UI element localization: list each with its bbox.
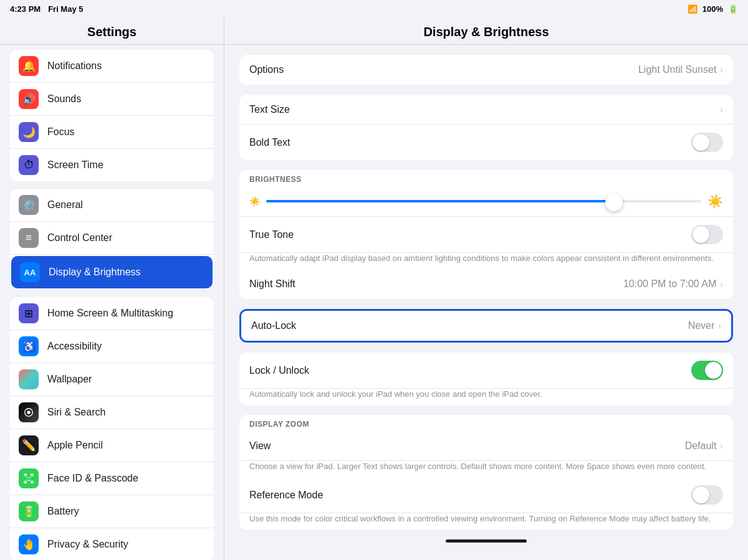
sidebar-item-label: Control Center	[47, 232, 205, 244]
display-zoom-section-label: DISPLAY ZOOM	[239, 415, 733, 431]
svg-rect-4	[24, 482, 27, 483]
sidebar-item-displaybrightness[interactable]: AA Display & Brightness	[11, 256, 213, 288]
options-label: Options	[249, 64, 638, 75]
app-container: Settings 🔔 Notifications 🔊 Sounds 🌙 Focu…	[0, 0, 748, 560]
sidebar-item-label: Siri & Search	[47, 407, 205, 418]
options-value: Light Until Sunset	[638, 64, 716, 75]
true-tone-description: Automatically adapt iPad display based o…	[249, 254, 714, 263]
reference-mode-label: Reference Mode	[249, 490, 691, 501]
view-description-wrapper: Choose a view for iPad. Larger Text show…	[239, 461, 733, 477]
bold-text-row[interactable]: Bold Text	[239, 125, 733, 160]
homescreen-icon: ⊞	[19, 303, 39, 323]
options-group: Options Light Until Sunset ›	[239, 55, 733, 85]
true-tone-toggle[interactable]	[691, 225, 723, 244]
screentime-icon: ⏱	[19, 155, 39, 175]
true-tone-row[interactable]: True Tone	[239, 217, 733, 253]
sidebar-item-battery[interactable]: 🔋 Battery	[10, 495, 214, 528]
svg-point-1	[27, 411, 30, 414]
sidebar: Settings 🔔 Notifications 🔊 Sounds 🌙 Focu…	[0, 17, 224, 560]
lock-unlock-group: Lock / Unlock Automatically lock and unl…	[239, 353, 733, 405]
lock-unlock-row[interactable]: Lock / Unlock	[239, 353, 733, 389]
brightness-slider[interactable]	[266, 200, 701, 202]
home-indicator	[446, 539, 527, 543]
svg-rect-3	[31, 474, 34, 476]
sidebar-item-privacy[interactable]: 🤚 Privacy & Security	[10, 528, 214, 560]
sidebar-group-3: ⊞ Home Screen & Multitasking ♿ Accessibi…	[10, 297, 214, 560]
options-row[interactable]: Options Light Until Sunset ›	[239, 55, 733, 85]
accessibility-icon: ♿	[19, 336, 39, 356]
wallpaper-icon	[19, 369, 39, 389]
night-shift-row[interactable]: Night Shift 10:00 PM to 7:00 AM ›	[239, 269, 733, 299]
reference-mode-description: Use this mode for color critical workflo…	[249, 514, 711, 523]
display-zoom-group: DISPLAY ZOOM View Default › Choose a vie…	[239, 415, 733, 529]
auto-lock-label: Auto-Lock	[251, 320, 688, 331]
lock-unlock-toggle[interactable]	[691, 361, 723, 380]
view-row[interactable]: View Default ›	[239, 431, 733, 461]
auto-lock-row[interactable]: Auto-Lock Never ›	[241, 311, 731, 341]
brightness-group: BRIGHTNESS ☀️ ☀️ True Tone Automatically…	[239, 170, 733, 299]
text-size-row[interactable]: Text Size ›	[239, 95, 733, 125]
status-bar-left: 4:23 PM Fri May 5	[10, 4, 84, 14]
sidebar-item-accessibility[interactable]: ♿ Accessibility	[10, 330, 214, 363]
main-scroll: Options Light Until Sunset › Text Size ›…	[224, 45, 748, 560]
battery-icon: 🔋	[728, 4, 738, 14]
sidebar-item-general[interactable]: ⚙️ General	[10, 189, 214, 222]
auto-lock-value: Never	[688, 320, 715, 331]
svg-rect-5	[31, 482, 34, 483]
bold-text-label: Bold Text	[249, 137, 691, 148]
auto-lock-group: Auto-Lock Never ›	[239, 309, 733, 343]
sidebar-item-label: Face ID & Passcode	[47, 473, 205, 484]
sidebar-item-label: Display & Brightness	[49, 267, 204, 278]
faceid-icon	[19, 468, 39, 488]
sidebar-item-label: Accessibility	[47, 341, 205, 352]
sidebar-item-wallpaper[interactable]: Wallpaper	[10, 363, 214, 396]
sidebar-item-sounds[interactable]: 🔊 Sounds	[10, 83, 214, 116]
sidebar-item-label: Battery	[47, 506, 205, 517]
status-bar-right: 📶 100% 🔋	[688, 4, 738, 14]
focus-icon: 🌙	[19, 122, 39, 142]
sidebar-item-label: Apple Pencil	[47, 440, 205, 451]
reference-mode-toggle[interactable]	[691, 485, 723, 505]
battery-status: 100%	[702, 4, 723, 14]
sidebar-item-focus[interactable]: 🌙 Focus	[10, 116, 214, 149]
lock-unlock-label: Lock / Unlock	[249, 365, 691, 376]
bold-text-toggle[interactable]	[691, 133, 723, 152]
text-group: Text Size › Bold Text	[239, 95, 733, 160]
sidebar-item-label: Sounds	[47, 93, 205, 105]
chevron-icon: ›	[720, 279, 723, 289]
true-tone-description-wrapper: Automatically adapt iPad display based o…	[239, 253, 733, 269]
brightness-thumb[interactable]	[605, 194, 623, 211]
battery-icon: 🔋	[19, 501, 39, 521]
main-title: Display & Brightness	[224, 17, 748, 45]
sidebar-title: Settings	[0, 17, 224, 45]
sidebar-item-siri[interactable]: Siri & Search	[10, 396, 214, 429]
sidebar-item-homescreen[interactable]: ⊞ Home Screen & Multitasking	[10, 297, 214, 330]
night-shift-label: Night Shift	[249, 278, 623, 290]
chevron-icon: ›	[720, 65, 723, 75]
sidebar-item-label: Screen Time	[47, 159, 205, 171]
sounds-icon: 🔊	[19, 89, 39, 109]
sidebar-group-1: 🔔 Notifications 🔊 Sounds 🌙 Focus ⏱ Scree…	[10, 50, 214, 181]
sidebar-item-applepencil[interactable]: ✏️ Apple Pencil	[10, 429, 214, 462]
sidebar-item-faceid[interactable]: Face ID & Passcode	[10, 462, 214, 495]
lock-unlock-description-wrapper: Automatically lock and unlock your iPad …	[239, 389, 733, 405]
status-date: Fri May 5	[48, 4, 83, 14]
true-tone-label: True Tone	[249, 229, 691, 240]
view-description: Choose a view for iPad. Larger Text show…	[249, 462, 706, 471]
sidebar-item-label: Home Screen & Multitasking	[47, 308, 205, 319]
chevron-icon: ›	[718, 321, 721, 331]
reference-mode-row[interactable]: Reference Mode	[239, 477, 733, 513]
siri-icon	[19, 402, 39, 422]
sidebar-item-label: Notifications	[47, 60, 205, 72]
sidebar-item-controlcenter[interactable]: ≡ Control Center	[10, 222, 214, 255]
sidebar-item-screentime[interactable]: ⏱ Screen Time	[10, 149, 214, 181]
text-size-label: Text Size	[249, 104, 720, 115]
sidebar-group-2: ⚙️ General ≡ Control Center AA Display &…	[10, 189, 214, 290]
privacy-icon: 🤚	[19, 534, 39, 554]
view-label: View	[249, 440, 685, 452]
brightness-min-icon: ☀️	[249, 196, 260, 206]
brightness-row: ☀️ ☀️	[239, 186, 733, 217]
sidebar-item-notifications[interactable]: 🔔 Notifications	[10, 50, 214, 83]
main-content: Display & Brightness Options Light Until…	[224, 17, 748, 560]
controlcenter-icon: ≡	[19, 228, 39, 248]
